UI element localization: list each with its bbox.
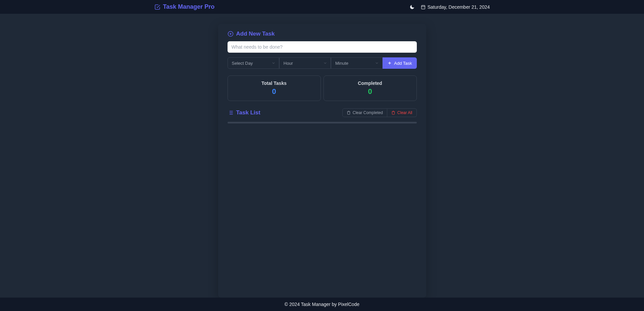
day-select[interactable]: Select Day <box>228 58 279 68</box>
plus-icon <box>387 61 392 65</box>
total-value: 0 <box>231 87 317 96</box>
clear-completed-button[interactable]: Clear Completed <box>342 108 387 117</box>
footer-text: © 2024 Task Manager by PixelCode <box>285 302 359 307</box>
task-card: Add New Task Select Day Hour Minute <box>218 24 426 298</box>
app-title: Task Manager Pro <box>163 3 215 10</box>
trash-icon <box>391 111 395 115</box>
svg-rect-0 <box>422 5 425 9</box>
list-section-title: Task List <box>228 109 260 116</box>
completed-value: 0 <box>327 87 413 96</box>
app-logo: Task Manager Pro <box>154 3 215 10</box>
plus-circle-icon <box>228 31 234 37</box>
completed-label: Completed <box>327 81 413 86</box>
add-section-title: Add New Task <box>228 31 417 37</box>
add-task-button[interactable]: Add Task <box>383 57 416 69</box>
date-text: Saturday, December 21, 2024 <box>428 4 490 10</box>
check-square-icon <box>154 4 160 10</box>
calendar-icon <box>421 5 426 9</box>
hour-select[interactable]: Hour <box>280 58 331 68</box>
current-date: Saturday, December 21, 2024 <box>421 4 490 10</box>
clear-all-button[interactable]: Clear All <box>387 108 417 117</box>
completed-tasks-stat: Completed 0 <box>324 75 417 101</box>
theme-toggle[interactable] <box>409 4 415 10</box>
moon-icon <box>409 4 415 10</box>
total-tasks-stat: Total Tasks 0 <box>228 75 321 101</box>
app-footer: © 2024 Task Manager by PixelCode <box>0 298 644 311</box>
list-divider <box>228 122 417 123</box>
total-label: Total Tasks <box>231 81 317 86</box>
trash-icon <box>347 111 351 115</box>
main-content: Add New Task Select Day Hour Minute <box>0 14 644 298</box>
list-icon <box>228 110 234 116</box>
minute-select[interactable]: Minute <box>331 58 382 68</box>
task-input[interactable] <box>228 41 417 53</box>
app-header: Task Manager Pro Saturday, December 21, … <box>0 0 644 14</box>
